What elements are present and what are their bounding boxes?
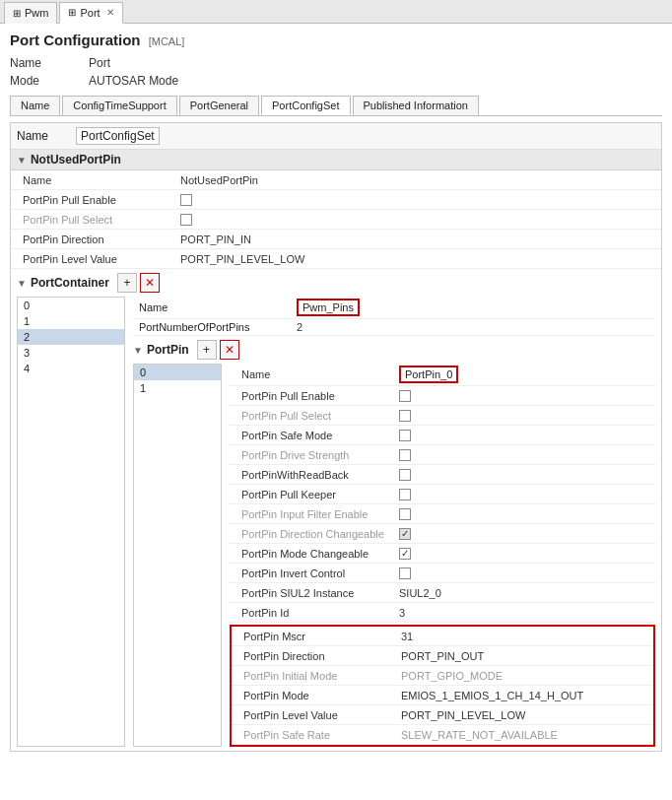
nupp-pull-select-row: PortPin Pull Select: [11, 210, 661, 230]
portpin-add-button[interactable]: +: [197, 340, 217, 360]
pc-list-item-2[interactable]: 2: [18, 329, 124, 345]
pp-dir-changeable-label: PortPin Direction Changeable: [241, 528, 399, 540]
pp-pull-keeper-row: PortPin Pull Keeper: [230, 485, 655, 504]
port-container-toggle-icon: ▼: [17, 278, 27, 289]
pp-pull-enable-label: PortPin Pull Enable: [241, 390, 399, 402]
pp-list-item-0[interactable]: 0: [134, 365, 221, 380]
not-used-section-header[interactable]: ▼ NotUsedPortPin: [11, 150, 661, 170]
mcal-label: [MCAL]: [149, 35, 185, 47]
name-field-label: Name: [10, 56, 89, 70]
pp-siul2-row: PortPin SIUL2 Instance SIUL2_0: [230, 583, 655, 603]
pc-list-item-4[interactable]: 4: [18, 361, 124, 376]
port-container-props: Name Pwm_Pins PortNumberOfPortPins 2 ▼ P…: [133, 297, 655, 747]
pp-pull-enable-row: PortPin Pull Enable: [230, 386, 655, 406]
nupp-level-row: PortPin Level Value PORT_PIN_LEVEL_LOW: [11, 249, 661, 269]
port-container-add-button[interactable]: +: [117, 273, 137, 293]
pp-initial-mode-label: PortPin Initial Mode: [243, 670, 401, 682]
pp-drive-strength-row: PortPin Drive Strength: [230, 445, 655, 465]
pp-invert-control-label: PortPin Invert Control: [241, 567, 399, 579]
nupp-pull-enable-checkbox[interactable]: [180, 194, 192, 206]
nupp-pull-select-checkbox[interactable]: [180, 214, 192, 226]
portpin-props: Name PortPin_0 PortPin Pull Enable PortP…: [230, 364, 655, 747]
pp-input-filter-label: PortPin Input Filter Enable: [241, 508, 399, 520]
pp-name-input[interactable]: PortPin_0: [399, 366, 458, 383]
pp-mscr-value: 31: [401, 631, 413, 642]
tab-nav-published[interactable]: Published Information: [353, 96, 479, 115]
pp-safe-mode-checkbox[interactable]: [399, 430, 411, 441]
nupp-pull-enable-row: PortPin Pull Enable: [11, 190, 661, 210]
tab-port[interactable]: ⊞ Port ✕: [59, 2, 122, 24]
nupp-pull-enable-label: PortPin Pull Enable: [23, 194, 180, 206]
mode-row: Mode AUTOSAR Mode: [10, 74, 662, 88]
pp-drive-strength-label: PortPin Drive Strength: [241, 449, 399, 461]
port-container-remove-button[interactable]: ✕: [140, 273, 160, 293]
pwm-tab-icon: ⊞: [13, 8, 21, 19]
port-container-list: 0 1 2 3 4: [17, 297, 125, 747]
pc-name-label: Name: [139, 301, 297, 313]
pp-safe-mode-label: PortPin Safe Mode: [241, 430, 399, 441]
pp-pull-select-row: PortPin Pull Select: [230, 406, 655, 426]
pc-list-item-3[interactable]: 3: [18, 345, 124, 361]
name-field-value: Port: [89, 56, 110, 70]
pp-mscr-row: PortPin Mscr 31: [232, 627, 653, 646]
pc-name-input[interactable]: Pwm_Pins: [297, 299, 360, 316]
pp-level-value: PORT_PIN_LEVEL_LOW: [401, 709, 525, 721]
pp-list-item-1[interactable]: 1: [134, 380, 221, 396]
pp-dir-changeable-checkbox: [399, 528, 411, 540]
nupp-pull-select-label: PortPin Pull Select: [23, 214, 180, 226]
pp-siul2-value: SIUL2_0: [399, 587, 441, 599]
not-used-toggle-icon: ▼: [17, 155, 27, 166]
tab-nav-name[interactable]: Name: [10, 96, 60, 115]
name-row: Name Port: [10, 56, 662, 70]
pp-input-filter-checkbox: [399, 508, 411, 520]
pp-invert-control-checkbox[interactable]: [399, 567, 411, 579]
tab-nav-portconfigset[interactable]: PortConfigSet: [261, 96, 350, 115]
pc-list-item-1[interactable]: 1: [18, 313, 124, 329]
pp-mode-label: PortPin Mode: [243, 690, 401, 701]
pp-initial-mode-value: PORT_GPIO_MODE: [401, 670, 503, 682]
nupp-direction-row: PortPin Direction PORT_PIN_IN: [11, 230, 661, 249]
pp-slew-rate-label: PortPin Safe Rate: [243, 729, 401, 741]
portpin-remove-button[interactable]: ✕: [220, 340, 239, 360]
pp-name-row: Name PortPin_0: [230, 364, 655, 386]
tab-nav-configtime[interactable]: ConfigTimeSupport: [62, 96, 176, 115]
pp-mode-changeable-checkbox[interactable]: [399, 548, 411, 560]
port-tab-icon: ⊞: [68, 7, 76, 18]
nupp-direction-label: PortPin Direction: [23, 233, 180, 245]
nupp-level-value: PORT_PIN_LEVEL_LOW: [180, 253, 304, 265]
pp-pull-enable-checkbox[interactable]: [399, 390, 411, 402]
pp-id-label: PortPin Id: [241, 607, 399, 619]
pc-portnum-label: PortNumberOfPortPins: [139, 321, 297, 333]
portpin-title: PortPin: [147, 343, 189, 357]
pp-mode-changeable-label: PortPin Mode Changeable: [241, 548, 399, 560]
tab-bar: ⊞ Pwm ⊞ Port ✕: [0, 0, 672, 24]
tab-pwm[interactable]: ⊞ Pwm: [4, 2, 57, 24]
port-container-header-row: ▼ PortContainer + ✕: [17, 273, 655, 293]
not-used-section-title: NotUsedPortPin: [31, 153, 121, 167]
pp-slew-rate-row: PortPin Safe Rate SLEW_RATE_NOT_AVAILABL…: [232, 725, 653, 745]
pp-mode-row: PortPin Mode EMIOS_1_EMIOS_1_CH_14_H_OUT: [232, 686, 653, 705]
pp-dir-changeable-row: PortPin Direction Changeable: [230, 524, 655, 544]
pp-safe-mode-row: PortPin Safe Mode: [230, 426, 655, 445]
pc-list-item-0[interactable]: 0: [18, 298, 124, 313]
portpin-list: 0 1: [133, 364, 222, 747]
pp-readback-checkbox[interactable]: [399, 469, 411, 481]
portpin-section: ▼ PortPin + ✕ 0 1: [133, 340, 655, 747]
port-container-wrapper: ▼ PortContainer + ✕ 0 1 2 3 4 Name Pwm_P…: [11, 269, 661, 751]
nupp-name-row: Name NotUsedPortPin: [11, 170, 661, 190]
config-area: Name PortConfigSet ▼ NotUsedPortPin Name…: [10, 122, 662, 752]
tab-nav-portgeneral[interactable]: PortGeneral: [179, 96, 259, 115]
pp-direction-label: PortPin Direction: [243, 650, 401, 662]
pp-pull-keeper-checkbox[interactable]: [399, 489, 411, 500]
pp-level-row: PortPin Level Value PORT_PIN_LEVEL_LOW: [232, 705, 653, 725]
pp-readback-row: PortPinWithReadBack: [230, 465, 655, 485]
config-name-value: PortConfigSet: [76, 127, 160, 145]
portpin-sublayout: 0 1 Name PortPin_0 PortPin Pull: [133, 364, 655, 747]
mode-field-value: AUTOSAR Mode: [89, 74, 178, 88]
nupp-name-label: Name: [23, 174, 180, 186]
pp-pull-select-checkbox[interactable]: [399, 410, 411, 422]
pc-portnum-value: 2: [297, 321, 302, 333]
tab-port-close[interactable]: ✕: [106, 7, 114, 18]
nupp-name-value: NotUsedPortPin: [180, 174, 258, 186]
pp-mode-changeable-row: PortPin Mode Changeable: [230, 544, 655, 564]
